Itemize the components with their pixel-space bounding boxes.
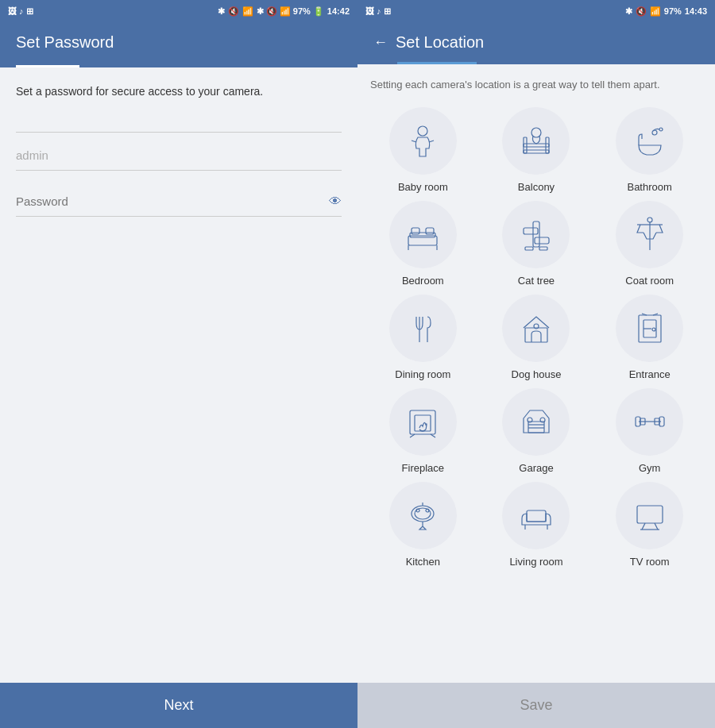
garage-label: Garage [519, 462, 553, 474]
svg-rect-2 [524, 150, 549, 153]
svg-rect-11 [426, 228, 434, 234]
password-description: Set a password for secure access to your… [16, 83, 342, 100]
location-grid: Baby room Balcony [370, 107, 702, 568]
save-label: Save [520, 697, 552, 713]
svg-point-43 [416, 509, 419, 512]
svg-rect-4 [546, 137, 549, 153]
bathroom-label: Bathroom [627, 181, 671, 193]
next-button[interactable]: Next [0, 683, 358, 728]
left-status-bar: 🖼 ♪ ⊞ ✱ 🔇 📶 ✱ 🔇 📶 97% 🔋 14:42 [0, 0, 358, 22]
left-status-icons: 🖼 ♪ ⊞ [8, 6, 33, 17]
left-content: Set a password for secure access to your… [0, 67, 358, 683]
baby-room-label: Baby room [398, 181, 448, 193]
svg-rect-30 [415, 415, 431, 431]
gym-icon-circle [616, 388, 683, 456]
password-input[interactable] [16, 187, 342, 217]
right-wifi-icon: 📶 [650, 6, 661, 17]
dining-room-label: Dining room [395, 368, 450, 380]
time-display: 14:42 [327, 6, 350, 16]
svg-rect-31 [528, 422, 544, 433]
wifi-icon: 📶 [242, 6, 253, 17]
baby-room-icon-circle [389, 107, 457, 175]
bedroom-icon-circle [389, 201, 457, 268]
left-header: Set Password [0, 22, 358, 67]
right-time-display: 14:43 [685, 6, 707, 16]
location-kitchen[interactable]: Kitchen [370, 482, 476, 568]
svg-rect-15 [524, 228, 538, 234]
svg-point-0 [418, 126, 427, 136]
right-status-right: ✱ 🔇 📶 97% 14:43 [625, 6, 707, 17]
coat-room-icon-circle [616, 201, 683, 268]
cat-tree-icon [517, 215, 555, 253]
living-room-label: Living room [509, 556, 562, 568]
svg-rect-3 [524, 137, 527, 153]
tv-room-icon-circle [616, 482, 683, 549]
next-label: Next [164, 697, 193, 713]
dining-room-icon [404, 309, 442, 347]
sound-icon: 🔇 [228, 6, 239, 17]
left-status-right: ✱ 🔇 📶 ✱ 🔇 📶 97% 🔋 14:42 [218, 6, 350, 17]
right-header-underline [397, 62, 477, 64]
set-location-panel: 🖼 ♪ ⊞ ✱ 🔇 📶 97% 14:43 ← Set Location Set… [358, 0, 715, 728]
location-bathroom[interactable]: Bathroom [597, 107, 702, 193]
svg-rect-18 [539, 247, 547, 250]
battery-text: ✱ 🔇 📶 97% 🔋 [257, 6, 324, 17]
fireplace-label: Fireplace [402, 462, 444, 474]
location-bedroom[interactable]: Bedroom [370, 201, 476, 287]
balcony-icon [517, 121, 555, 160]
location-entrance[interactable]: Entrance [597, 295, 702, 380]
balcony-icon-circle [502, 107, 570, 175]
admin-input[interactable] [16, 141, 342, 171]
left-title: Set Password [16, 33, 342, 52]
svg-point-7 [659, 128, 663, 131]
location-garage[interactable]: Garage [484, 388, 589, 474]
right-title: Set Location [396, 33, 484, 52]
eye-toggle-icon[interactable]: 👁 [329, 195, 342, 209]
location-gym[interactable]: Gym [597, 388, 702, 474]
svg-line-50 [655, 523, 658, 530]
location-description: Setting each camera's location is a grea… [370, 77, 702, 93]
password-wrapper: 👁 [16, 187, 342, 217]
tv-room-label: TV room [630, 556, 670, 568]
cat-tree-icon-circle [502, 201, 570, 268]
entrance-label: Entrance [629, 368, 671, 380]
cat-tree-label: Cat tree [518, 275, 555, 287]
dog-house-label: Dog house [512, 368, 562, 380]
living-room-icon [517, 496, 555, 534]
baby-room-icon [404, 121, 442, 160]
bathroom-icon [631, 121, 669, 160]
kitchen-icon-circle [389, 482, 457, 549]
location-balcony[interactable]: Balcony [484, 107, 589, 193]
location-tv-room[interactable]: TV room [597, 482, 702, 568]
back-arrow-icon[interactable]: ← [373, 34, 388, 51]
right-status-icons: 🖼 ♪ ⊞ [365, 6, 391, 17]
location-coat-room[interactable]: Coat room [597, 201, 702, 287]
entrance-icon-circle [616, 295, 683, 362]
svg-point-27 [652, 328, 655, 331]
bluetooth-icon: ✱ [218, 6, 225, 17]
svg-rect-9 [410, 233, 435, 237]
media-icon: 🖼 ♪ ⊞ [8, 6, 33, 17]
header-underline [16, 65, 79, 67]
gym-label: Gym [639, 462, 660, 474]
bedroom-icon [404, 215, 442, 253]
living-room-icon-circle [502, 482, 570, 549]
location-fireplace[interactable]: Fireplace [370, 388, 476, 474]
location-baby-room[interactable]: Baby room [370, 107, 476, 193]
location-cat-tree[interactable]: Cat tree [484, 201, 589, 287]
svg-rect-16 [535, 237, 549, 244]
location-living-room[interactable]: Living room [484, 482, 589, 568]
right-sound-icon: 🔇 [636, 6, 647, 17]
location-dining-room[interactable]: Dining room [370, 295, 476, 380]
tv-room-icon [631, 496, 669, 534]
location-dog-house[interactable]: Dog house [484, 295, 589, 380]
fireplace-icon-circle [389, 388, 457, 456]
save-button[interactable]: Save [358, 683, 715, 728]
set-password-panel: 🖼 ♪ ⊞ ✱ 🔇 📶 ✱ 🔇 📶 97% 🔋 14:42 Set Passwo… [0, 0, 358, 728]
right-status-bar: 🖼 ♪ ⊞ ✱ 🔇 📶 97% 14:43 [358, 0, 715, 22]
svg-rect-45 [527, 510, 546, 522]
kitchen-icon [404, 496, 442, 534]
coat-room-label: Coat room [625, 275, 674, 287]
svg-point-44 [426, 509, 429, 512]
right-battery-text: 97% [664, 6, 682, 16]
